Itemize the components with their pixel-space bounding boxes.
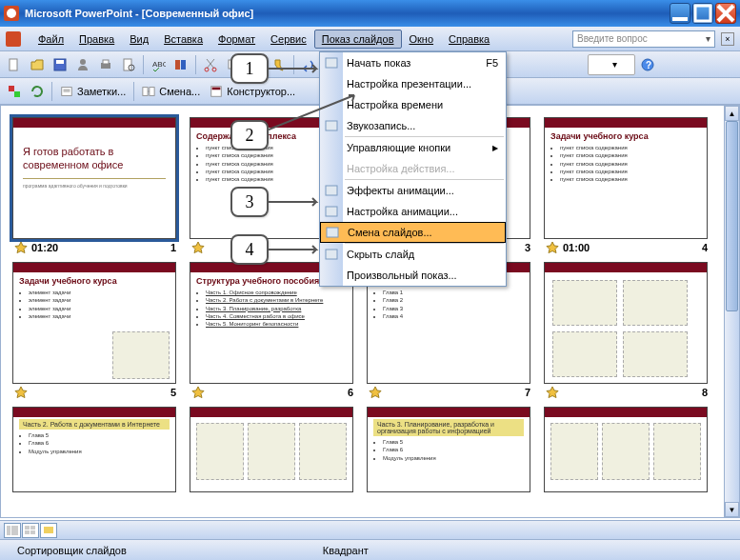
menu-item[interactable]: Управляющие кнопки▶ bbox=[320, 137, 506, 158]
slide-thumb[interactable]: Часть 2. Работа с документами в Интернет… bbox=[7, 407, 184, 492]
svg-rect-39 bbox=[11, 526, 18, 535]
permission-button[interactable] bbox=[72, 54, 93, 75]
svg-rect-6 bbox=[56, 60, 64, 64]
close-button[interactable] bbox=[715, 3, 736, 24]
screen-icon bbox=[324, 55, 339, 70]
scroll-up-button[interactable]: ▲ bbox=[725, 106, 739, 121]
preview-button[interactable] bbox=[118, 54, 139, 75]
svg-rect-29 bbox=[150, 87, 154, 95]
menu-slideshow[interactable]: Показ слайдов bbox=[314, 30, 402, 49]
svg-rect-14 bbox=[181, 60, 186, 70]
research-button[interactable] bbox=[170, 54, 191, 75]
trans-icon bbox=[325, 225, 340, 240]
svg-rect-36 bbox=[327, 228, 338, 237]
slide-thumb[interactable]: 8 bbox=[538, 262, 715, 401]
svg-point-7 bbox=[80, 59, 86, 65]
callout-1: 1 bbox=[230, 53, 269, 84]
star2-icon bbox=[324, 204, 339, 219]
callout-2: 2 bbox=[230, 120, 269, 150]
animation-icon bbox=[14, 241, 28, 254]
titlebar: Microsoft PowerPoint - [Современный офис… bbox=[0, 0, 740, 27]
svg-rect-44 bbox=[44, 527, 53, 533]
animation-icon bbox=[546, 241, 559, 254]
view-buttons-strip bbox=[0, 520, 740, 539]
minimize-button[interactable] bbox=[670, 3, 690, 24]
menu-help[interactable]: Справка bbox=[441, 30, 497, 49]
zoom-dropdown[interactable]: ⠀▾ bbox=[588, 54, 635, 75]
svg-rect-42 bbox=[25, 530, 30, 534]
svg-rect-40 bbox=[25, 526, 30, 530]
menubar: Файл Правка Вид Вставка Формат Сервис По… bbox=[0, 27, 740, 51]
vertical-scrollbar[interactable]: ▲ ▼ bbox=[724, 106, 739, 517]
slideshow-view-button[interactable] bbox=[40, 523, 57, 538]
animation-icon bbox=[546, 386, 559, 399]
cut-button[interactable] bbox=[200, 54, 221, 75]
menu-item: Настройка действия... bbox=[320, 158, 506, 179]
slide-thumb[interactable]: Часть 3. Планирование, разработка и орга… bbox=[361, 407, 538, 492]
transition-button[interactable]: Смена... bbox=[138, 85, 204, 98]
slide-thumb[interactable] bbox=[184, 407, 361, 492]
menu-item[interactable]: Произвольный показ... bbox=[320, 265, 506, 286]
menu-item[interactable]: Смена слайдов... bbox=[320, 222, 506, 243]
slide-thumb[interactable]: Задачи учебного курсапункт списка содерж… bbox=[538, 117, 715, 256]
svg-rect-13 bbox=[175, 60, 180, 70]
animation-icon bbox=[191, 241, 205, 254]
maximize-button[interactable] bbox=[692, 3, 713, 24]
sorter-view-button[interactable] bbox=[22, 523, 39, 538]
scroll-down-button[interactable]: ▼ bbox=[725, 502, 739, 517]
star-icon bbox=[324, 183, 339, 198]
doc-close-button[interactable]: × bbox=[721, 32, 734, 46]
animation-icon bbox=[191, 386, 205, 399]
help-button[interactable]: ? bbox=[637, 54, 658, 75]
window-title: Microsoft PowerPoint - [Современный офис… bbox=[25, 8, 670, 19]
status-left: Сортировщик слайдов bbox=[0, 545, 144, 556]
menu-file[interactable]: Файл bbox=[30, 30, 71, 49]
menu-format[interactable]: Формат bbox=[210, 30, 263, 49]
svg-rect-4 bbox=[10, 59, 17, 70]
svg-rect-9 bbox=[103, 60, 109, 64]
callout-3: 3 bbox=[230, 187, 269, 217]
svg-rect-35 bbox=[326, 207, 337, 216]
color-icon[interactable] bbox=[4, 81, 25, 102]
menu-insert[interactable]: Вставка bbox=[156, 30, 210, 49]
svg-rect-1 bbox=[695, 6, 710, 21]
menu-item[interactable]: Настройка анимации... bbox=[320, 201, 506, 222]
slide-thumb[interactable]: Я готов работать в современном офисепрог… bbox=[7, 117, 184, 256]
ask-question-input[interactable]: Введите вопрос bbox=[572, 30, 715, 48]
slideshow-menu: Начать показF5Настройка презентации...На… bbox=[319, 51, 507, 287]
print-button[interactable] bbox=[95, 54, 116, 75]
menu-item[interactable]: Эффекты анимации... bbox=[320, 180, 506, 201]
scroll-thumb[interactable] bbox=[726, 121, 738, 311]
app-icon bbox=[4, 6, 19, 21]
callout-4: 4 bbox=[230, 234, 269, 265]
svg-text:?: ? bbox=[646, 60, 651, 70]
new-button[interactable] bbox=[4, 54, 25, 75]
save-button[interactable] bbox=[50, 54, 70, 75]
svg-rect-43 bbox=[30, 530, 35, 534]
doc-icon bbox=[6, 31, 21, 47]
animation-icon bbox=[14, 386, 28, 399]
normal-view-button[interactable] bbox=[4, 523, 21, 538]
notes-button[interactable]: Заметки... bbox=[56, 85, 130, 98]
svg-rect-34 bbox=[326, 186, 337, 195]
svg-rect-24 bbox=[14, 91, 20, 97]
menu-tools[interactable]: Сервис bbox=[263, 30, 314, 49]
hide-icon bbox=[324, 247, 339, 262]
svg-rect-38 bbox=[7, 526, 10, 535]
spell-button[interactable]: ABC bbox=[148, 54, 169, 75]
animation-icon bbox=[369, 386, 382, 399]
svg-text:ABC: ABC bbox=[152, 60, 166, 69]
menu-view[interactable]: Вид bbox=[122, 30, 156, 49]
svg-rect-31 bbox=[212, 87, 221, 90]
menu-window[interactable]: Окно bbox=[402, 30, 442, 49]
slide-thumb[interactable]: Задачи учебного курсаэлемент задачиэлеме… bbox=[7, 262, 184, 401]
svg-rect-41 bbox=[30, 526, 35, 530]
menu-item[interactable]: Начать показF5 bbox=[320, 52, 506, 73]
menu-item[interactable]: Скрыть слайд bbox=[320, 244, 506, 265]
svg-rect-37 bbox=[326, 250, 337, 259]
status-right: Квадрант bbox=[306, 545, 386, 556]
cycle-icon[interactable] bbox=[27, 81, 48, 102]
slide-thumb[interactable] bbox=[538, 407, 715, 492]
open-button[interactable] bbox=[27, 54, 48, 75]
menu-edit[interactable]: Правка bbox=[71, 30, 122, 49]
